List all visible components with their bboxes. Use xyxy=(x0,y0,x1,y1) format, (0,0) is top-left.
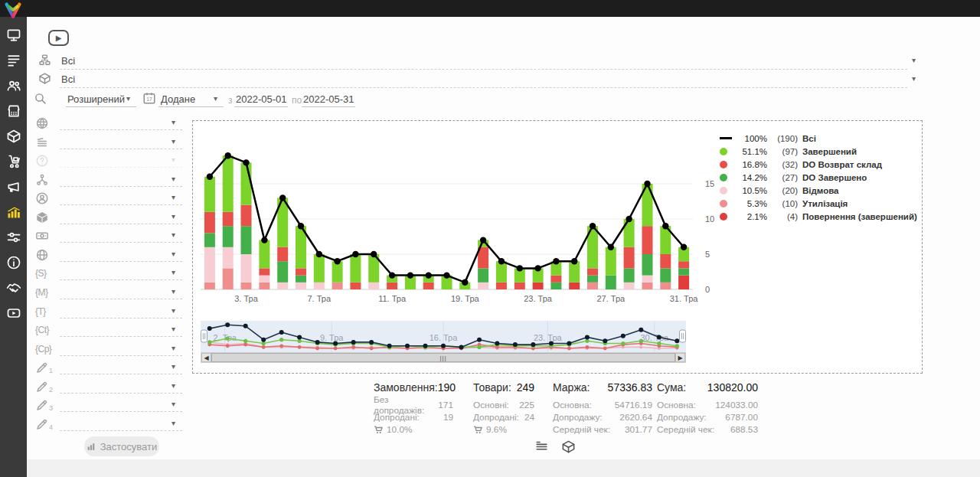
filter-select-caret-icon[interactable]: ▾ xyxy=(172,345,175,352)
product-filter-value[interactable]: Всі xyxy=(61,74,75,85)
date-from-input[interactable]: 2022-05-01 xyxy=(236,93,287,105)
filter-select-underline[interactable] xyxy=(60,430,182,431)
product-filter-icon xyxy=(38,72,51,88)
legend-item[interactable]: 16.8%(32)DO Возврат склад xyxy=(720,158,925,171)
filter-select-underline[interactable] xyxy=(60,279,182,280)
sidebar-item-info[interactable] xyxy=(6,255,21,270)
legend-item[interactable]: 100%(190)Всі xyxy=(720,132,925,145)
sidebar-item-store[interactable] xyxy=(6,103,21,119)
box-view-icon[interactable] xyxy=(561,439,576,454)
brace-m-icon: {M} xyxy=(35,287,49,301)
search-mode-select[interactable]: Розширений xyxy=(67,93,125,105)
group-filter-value[interactable]: Всі xyxy=(61,55,75,67)
date-to-input[interactable]: 2022-05-31 xyxy=(303,93,354,105)
group-filter-underline[interactable] xyxy=(60,69,907,70)
filter-select-caret-icon[interactable]: ▾ xyxy=(172,250,175,258)
stat-title: Товари:249 xyxy=(473,381,534,394)
navigator-handle[interactable] xyxy=(680,330,686,342)
apply-button[interactable]: Застосувати xyxy=(84,436,159,456)
legend-label: Відмова xyxy=(802,186,839,195)
filter-select-underline[interactable] xyxy=(60,129,182,130)
legend-item[interactable]: 51.1%(97)Завершений xyxy=(720,145,925,158)
stat-cart-cell: 9.6% xyxy=(473,424,507,435)
sidebar-item-marketing[interactable] xyxy=(6,179,21,194)
filter-select-underline[interactable] xyxy=(60,261,182,262)
stat-sub-label: Основні: xyxy=(473,400,509,410)
video-icon xyxy=(6,305,21,321)
legend-item[interactable]: 5.3%(10)Утилізація xyxy=(720,197,925,210)
navigator-handle[interactable] xyxy=(201,330,207,342)
stat-column: Замовлення:190Без допродажів:171Допродан… xyxy=(374,381,453,436)
filter-select-caret-icon[interactable]: ▾ xyxy=(172,325,175,333)
filter-select-caret-icon[interactable]: ▾ xyxy=(172,194,175,201)
sidebar-item-partners[interactable] xyxy=(6,280,21,296)
orders-chart[interactable]: 0510153. Тра7. Тра11. Тра19. Тра23. Тра2… xyxy=(198,125,733,312)
sidebar-item-orders-list[interactable] xyxy=(6,53,21,68)
sidebar-item-settings-sliders[interactable] xyxy=(6,230,21,245)
filter-select-underline[interactable] xyxy=(60,204,182,205)
sidebar-item-monitor[interactable] xyxy=(6,28,21,43)
filter-select-caret-icon[interactable]: ▾ xyxy=(172,420,175,427)
pencil-2-icon xyxy=(35,380,49,394)
statistics-icon xyxy=(6,204,21,220)
date-field-caret-icon[interactable]: ▾ xyxy=(214,95,217,103)
scrollbar-thumb[interactable]: ||| xyxy=(211,353,675,362)
tutorial-play-button[interactable]: ▶ xyxy=(48,30,69,46)
filter-select-caret-icon[interactable]: ▾ xyxy=(172,138,175,145)
sidebar-item-video[interactable] xyxy=(6,305,21,321)
sidebar-item-clients[interactable] xyxy=(6,78,21,93)
sidebar-item-statistics[interactable] xyxy=(6,204,21,220)
sidebar-item-products[interactable] xyxy=(6,129,21,144)
filter-select-caret-icon[interactable]: ▾ xyxy=(172,269,175,276)
legend-label: Всі xyxy=(802,134,816,143)
scrollbar-left-arrow-icon[interactable]: ◀ xyxy=(201,353,211,362)
filter-select-underline[interactable] xyxy=(60,224,182,224)
product-filter-underline[interactable] xyxy=(60,87,907,88)
filter-select-caret-icon[interactable]: ▾ xyxy=(172,307,175,315)
chart-navigator[interactable]: 2. Тра9. Тра16. Тра23. Тра30. Тра xyxy=(201,321,686,352)
filter-select-caret-icon[interactable]: ▾ xyxy=(172,363,175,371)
filter-select-caret-icon[interactable]: ▾ xyxy=(172,400,175,408)
filter-select-underline[interactable] xyxy=(60,149,182,149)
scrollbar-right-arrow-icon[interactable]: ▶ xyxy=(675,353,685,362)
filter-select-caret-icon: ▾ xyxy=(172,156,175,164)
filter-row-pencil-2: 2▾ xyxy=(34,380,184,397)
legend-item[interactable]: 10.5%(20)Відмова xyxy=(720,184,925,197)
search-mode-caret-icon[interactable]: ▾ xyxy=(126,95,130,103)
stat-sub-row: Без допродажів:171 xyxy=(374,399,453,411)
sidebar-item-shipping[interactable] xyxy=(6,154,21,169)
legend-percent: 5.3% xyxy=(735,199,767,208)
filter-select-underline[interactable] xyxy=(60,242,182,243)
legend-item[interactable]: 14.2%(27)DO Завершено xyxy=(720,171,925,184)
products-icon xyxy=(6,129,21,144)
legend-item[interactable]: 2.1%(4)Повернення (завершений) xyxy=(720,210,925,223)
filter-row-globe: ▾ xyxy=(34,248,184,265)
filter-select-underline[interactable] xyxy=(60,318,182,319)
svg-text:19. Тра: 19. Тра xyxy=(451,294,480,303)
filter-select-underline[interactable] xyxy=(60,336,182,337)
filter-select-underline[interactable] xyxy=(60,186,182,187)
filter-select-underline[interactable] xyxy=(60,393,182,394)
date-field-select[interactable]: Додане xyxy=(161,93,195,105)
pencil-3-icon xyxy=(35,398,49,412)
filter-select-caret-icon[interactable]: ▾ xyxy=(172,288,175,296)
stat-sub-value: 9.6% xyxy=(486,424,507,435)
info-icon xyxy=(6,255,21,270)
filter-select-caret-icon[interactable]: ▾ xyxy=(172,175,175,183)
list-view-icon[interactable] xyxy=(534,439,549,454)
filter-select-underline[interactable] xyxy=(60,411,182,412)
app-logo-icon[interactable] xyxy=(2,1,24,24)
navigator-scrollbar[interactable]: ◀ ||| ▶ xyxy=(201,352,686,363)
filter-row-brace-s: {S}▾ xyxy=(34,266,184,283)
filter-select-underline[interactable] xyxy=(60,299,182,299)
cart-icon xyxy=(374,425,384,435)
group-filter-caret-icon[interactable]: ▾ xyxy=(912,57,916,64)
filter-select-caret-icon[interactable]: ▾ xyxy=(172,382,175,390)
product-filter-caret-icon[interactable]: ▾ xyxy=(912,75,916,83)
filter-select-caret-icon[interactable]: ▾ xyxy=(172,213,175,221)
filter-select-underline[interactable] xyxy=(60,374,182,374)
filter-select-underline[interactable] xyxy=(60,355,182,356)
legend-label: Утилізація xyxy=(802,199,848,208)
filter-select-caret-icon[interactable]: ▾ xyxy=(172,119,175,126)
filter-select-caret-icon[interactable]: ▾ xyxy=(172,231,175,239)
